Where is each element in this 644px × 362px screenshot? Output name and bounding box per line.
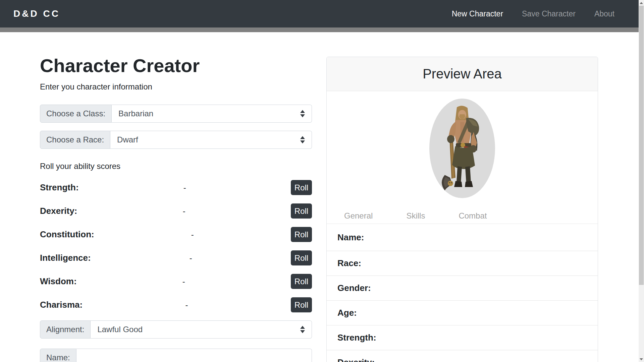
app-brand[interactable]: D&D CC (13, 8, 60, 19)
name-input-group: Name: (40, 349, 312, 362)
scrollbar-thumb[interactable] (639, 6, 644, 285)
barbarian-portrait-image (429, 99, 495, 198)
roll-button-intelligence[interactable]: Roll (291, 250, 312, 265)
preview-card-header: Preview Area (327, 57, 598, 91)
page-title: Character Creator (40, 55, 312, 76)
ability-label: Intelligence: (40, 253, 91, 263)
class-select[interactable]: Barbarian (112, 105, 312, 123)
roll-button-strength[interactable]: Roll (291, 180, 312, 195)
name-input[interactable] (76, 349, 312, 362)
tab-skills[interactable]: Skills (406, 211, 425, 221)
abilities-heading: Roll your ability scores (40, 162, 312, 171)
preview-field-name: Name: (327, 224, 598, 251)
race-select[interactable]: Dwarf (110, 131, 312, 149)
preview-card: Preview Area (326, 57, 598, 362)
ability-row-wisdom: Wisdom: - Roll (40, 274, 312, 289)
roll-button-constitution[interactable]: Roll (291, 227, 312, 242)
alignment-label: Alignment: (40, 320, 91, 339)
roll-button-charisma[interactable]: Roll (291, 297, 312, 312)
alignment-select[interactable]: Lawful Good (91, 320, 312, 339)
preview-field-gender: Gender: (327, 276, 598, 300)
class-input-group: Choose a Class: Barbarian (40, 105, 312, 123)
name-label: Name: (40, 349, 76, 362)
navbar-divider-strip (0, 27, 644, 32)
ability-row-strength: Strength: - Roll (40, 180, 312, 195)
scroll-down-icon (640, 358, 643, 360)
ability-label: Wisdom: (40, 276, 77, 287)
preview-field-label: Dexerity: (337, 357, 375, 362)
ability-row-dexerity: Dexerity: - Roll (40, 203, 312, 219)
roll-button-wisdom[interactable]: Roll (291, 274, 312, 289)
ability-row-constitution: Constitution: - Roll (40, 227, 312, 242)
select-arrows-icon (300, 325, 305, 334)
character-form: Character Creator Enter you character in… (40, 32, 312, 362)
preview-field-dexerity: Dexerity: (327, 350, 598, 362)
navbar-links: New Character Save Character About (442, 9, 624, 18)
scroll-up-button[interactable] (639, 0, 644, 6)
select-arrows-icon (300, 110, 305, 118)
race-label: Choose a Race: (40, 131, 110, 149)
nav-item-about[interactable]: About (585, 9, 624, 18)
top-navbar: D&D CC New Character Save Character Abou… (0, 0, 644, 27)
ability-label: Dexerity: (40, 206, 77, 216)
tab-general[interactable]: General (344, 211, 373, 221)
class-label: Choose a Class: (40, 105, 112, 123)
nav-item-save-character[interactable]: Save Character (513, 9, 585, 18)
ability-row-intelligence: Intelligence: - Roll (40, 250, 312, 265)
ability-value: - (91, 253, 291, 263)
vertical-scrollbar[interactable] (639, 0, 644, 362)
ability-row-charisma: Charisma: - Roll (40, 297, 312, 312)
preview-field-label: Name: (337, 232, 364, 243)
ability-value: - (79, 183, 291, 192)
ability-value: - (77, 206, 291, 216)
preview-field-label: Gender: (337, 283, 371, 293)
roll-button-dexerity[interactable]: Roll (291, 203, 312, 219)
race-selected-value: Dwarf (117, 135, 138, 144)
tab-combat[interactable]: Combat (459, 211, 487, 221)
alignment-input-group: Alignment: Lawful Good (40, 320, 312, 339)
preview-field-label: Race: (337, 258, 361, 268)
nav-item-new-character[interactable]: New Character (442, 9, 513, 18)
ability-label: Constitution: (40, 229, 94, 240)
portrait-area (327, 91, 598, 208)
select-arrows-icon (300, 136, 305, 144)
preview-field-strength: Strength: (327, 325, 598, 350)
ability-value: - (94, 230, 291, 239)
class-selected-value: Barbarian (118, 109, 153, 118)
page-subtitle: Enter you character information (40, 82, 312, 92)
ability-value: - (77, 277, 291, 286)
preview-field-label: Age: (337, 308, 357, 318)
preview-field-label: Strength: (337, 333, 376, 343)
scroll-up-icon (640, 2, 643, 4)
ability-label: Strength: (40, 182, 79, 193)
alignment-selected-value: Lawful Good (97, 325, 143, 334)
preview-title: Preview Area (423, 66, 502, 81)
ability-value: - (83, 300, 291, 310)
ability-label: Charisma: (40, 300, 83, 310)
preview-field-race: Race: (327, 251, 598, 276)
race-input-group: Choose a Race: Dwarf (40, 131, 312, 149)
preview-tabs: General Skills Combat (327, 208, 598, 224)
preview-field-age: Age: (327, 300, 598, 325)
scroll-down-button[interactable] (639, 356, 644, 362)
